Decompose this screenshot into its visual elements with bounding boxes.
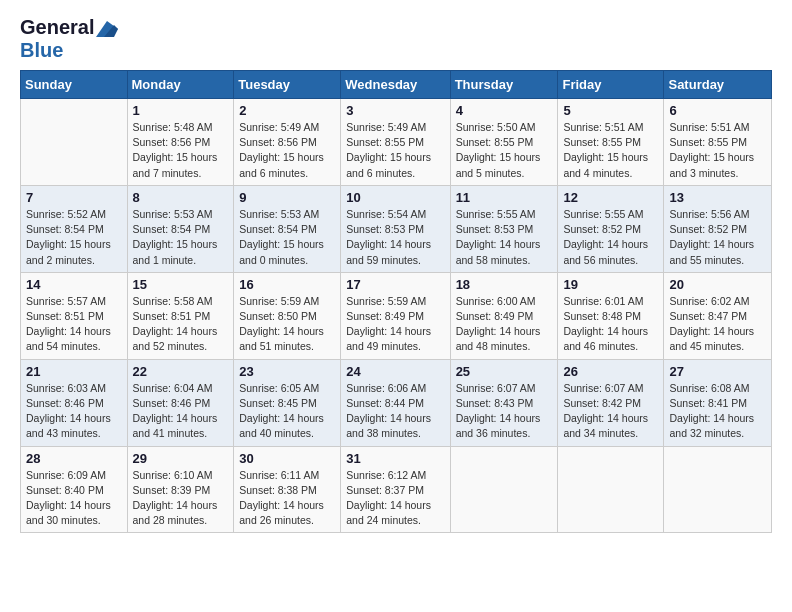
day-number: 6 xyxy=(669,103,766,118)
day-info: Sunrise: 6:06 AMSunset: 8:44 PMDaylight:… xyxy=(346,381,444,442)
day-number: 3 xyxy=(346,103,444,118)
calendar-table: SundayMondayTuesdayWednesdayThursdayFrid… xyxy=(20,70,772,533)
day-info: Sunrise: 5:54 AMSunset: 8:53 PMDaylight:… xyxy=(346,207,444,268)
calendar-cell: 24Sunrise: 6:06 AMSunset: 8:44 PMDayligh… xyxy=(341,359,450,446)
day-number: 31 xyxy=(346,451,444,466)
logo: General Blue xyxy=(20,16,118,62)
day-number: 27 xyxy=(669,364,766,379)
day-info: Sunrise: 5:53 AMSunset: 8:54 PMDaylight:… xyxy=(239,207,335,268)
calendar-cell xyxy=(558,446,664,533)
calendar-cell xyxy=(21,99,128,186)
calendar-header-day: Friday xyxy=(558,71,664,99)
day-info: Sunrise: 5:56 AMSunset: 8:52 PMDaylight:… xyxy=(669,207,766,268)
calendar-cell: 6Sunrise: 5:51 AMSunset: 8:55 PMDaylight… xyxy=(664,99,772,186)
calendar-header-row: SundayMondayTuesdayWednesdayThursdayFrid… xyxy=(21,71,772,99)
calendar-cell: 26Sunrise: 6:07 AMSunset: 8:42 PMDayligh… xyxy=(558,359,664,446)
calendar-cell: 27Sunrise: 6:08 AMSunset: 8:41 PMDayligh… xyxy=(664,359,772,446)
calendar-cell: 20Sunrise: 6:02 AMSunset: 8:47 PMDayligh… xyxy=(664,272,772,359)
calendar-cell: 9Sunrise: 5:53 AMSunset: 8:54 PMDaylight… xyxy=(234,185,341,272)
logo-blue: Blue xyxy=(20,39,63,61)
calendar-cell: 29Sunrise: 6:10 AMSunset: 8:39 PMDayligh… xyxy=(127,446,234,533)
day-info: Sunrise: 6:02 AMSunset: 8:47 PMDaylight:… xyxy=(669,294,766,355)
calendar-cell: 19Sunrise: 6:01 AMSunset: 8:48 PMDayligh… xyxy=(558,272,664,359)
day-info: Sunrise: 6:09 AMSunset: 8:40 PMDaylight:… xyxy=(26,468,122,529)
day-info: Sunrise: 5:59 AMSunset: 8:50 PMDaylight:… xyxy=(239,294,335,355)
calendar-week-row: 1Sunrise: 5:48 AMSunset: 8:56 PMDaylight… xyxy=(21,99,772,186)
calendar-cell: 13Sunrise: 5:56 AMSunset: 8:52 PMDayligh… xyxy=(664,185,772,272)
calendar-cell: 10Sunrise: 5:54 AMSunset: 8:53 PMDayligh… xyxy=(341,185,450,272)
day-info: Sunrise: 5:55 AMSunset: 8:52 PMDaylight:… xyxy=(563,207,658,268)
day-number: 5 xyxy=(563,103,658,118)
day-number: 15 xyxy=(133,277,229,292)
calendar-cell: 30Sunrise: 6:11 AMSunset: 8:38 PMDayligh… xyxy=(234,446,341,533)
day-info: Sunrise: 5:49 AMSunset: 8:55 PMDaylight:… xyxy=(346,120,444,181)
calendar-cell: 18Sunrise: 6:00 AMSunset: 8:49 PMDayligh… xyxy=(450,272,558,359)
calendar-week-row: 7Sunrise: 5:52 AMSunset: 8:54 PMDaylight… xyxy=(21,185,772,272)
day-info: Sunrise: 5:55 AMSunset: 8:53 PMDaylight:… xyxy=(456,207,553,268)
day-info: Sunrise: 6:05 AMSunset: 8:45 PMDaylight:… xyxy=(239,381,335,442)
day-info: Sunrise: 5:58 AMSunset: 8:51 PMDaylight:… xyxy=(133,294,229,355)
day-number: 22 xyxy=(133,364,229,379)
day-info: Sunrise: 6:01 AMSunset: 8:48 PMDaylight:… xyxy=(563,294,658,355)
day-number: 24 xyxy=(346,364,444,379)
day-info: Sunrise: 5:52 AMSunset: 8:54 PMDaylight:… xyxy=(26,207,122,268)
day-number: 17 xyxy=(346,277,444,292)
day-info: Sunrise: 6:04 AMSunset: 8:46 PMDaylight:… xyxy=(133,381,229,442)
calendar-cell: 11Sunrise: 5:55 AMSunset: 8:53 PMDayligh… xyxy=(450,185,558,272)
day-number: 7 xyxy=(26,190,122,205)
calendar-cell: 4Sunrise: 5:50 AMSunset: 8:55 PMDaylight… xyxy=(450,99,558,186)
day-number: 14 xyxy=(26,277,122,292)
day-info: Sunrise: 6:07 AMSunset: 8:43 PMDaylight:… xyxy=(456,381,553,442)
day-info: Sunrise: 5:51 AMSunset: 8:55 PMDaylight:… xyxy=(669,120,766,181)
day-number: 26 xyxy=(563,364,658,379)
calendar-cell: 8Sunrise: 5:53 AMSunset: 8:54 PMDaylight… xyxy=(127,185,234,272)
calendar-cell: 3Sunrise: 5:49 AMSunset: 8:55 PMDaylight… xyxy=(341,99,450,186)
day-number: 13 xyxy=(669,190,766,205)
day-number: 2 xyxy=(239,103,335,118)
day-info: Sunrise: 5:49 AMSunset: 8:56 PMDaylight:… xyxy=(239,120,335,181)
calendar-cell: 17Sunrise: 5:59 AMSunset: 8:49 PMDayligh… xyxy=(341,272,450,359)
calendar-header-day: Thursday xyxy=(450,71,558,99)
day-number: 1 xyxy=(133,103,229,118)
day-number: 8 xyxy=(133,190,229,205)
calendar-header-day: Sunday xyxy=(21,71,128,99)
day-info: Sunrise: 6:08 AMSunset: 8:41 PMDaylight:… xyxy=(669,381,766,442)
day-number: 10 xyxy=(346,190,444,205)
calendar-cell: 22Sunrise: 6:04 AMSunset: 8:46 PMDayligh… xyxy=(127,359,234,446)
calendar-week-row: 14Sunrise: 5:57 AMSunset: 8:51 PMDayligh… xyxy=(21,272,772,359)
calendar-header-day: Tuesday xyxy=(234,71,341,99)
day-number: 23 xyxy=(239,364,335,379)
calendar-cell: 16Sunrise: 5:59 AMSunset: 8:50 PMDayligh… xyxy=(234,272,341,359)
day-info: Sunrise: 6:03 AMSunset: 8:46 PMDaylight:… xyxy=(26,381,122,442)
logo-general: General xyxy=(20,16,94,39)
day-number: 16 xyxy=(239,277,335,292)
day-number: 19 xyxy=(563,277,658,292)
calendar-week-row: 21Sunrise: 6:03 AMSunset: 8:46 PMDayligh… xyxy=(21,359,772,446)
calendar-cell: 28Sunrise: 6:09 AMSunset: 8:40 PMDayligh… xyxy=(21,446,128,533)
calendar-week-row: 28Sunrise: 6:09 AMSunset: 8:40 PMDayligh… xyxy=(21,446,772,533)
day-number: 29 xyxy=(133,451,229,466)
calendar-cell: 7Sunrise: 5:52 AMSunset: 8:54 PMDaylight… xyxy=(21,185,128,272)
calendar-cell: 21Sunrise: 6:03 AMSunset: 8:46 PMDayligh… xyxy=(21,359,128,446)
calendar-cell: 2Sunrise: 5:49 AMSunset: 8:56 PMDaylight… xyxy=(234,99,341,186)
calendar-cell xyxy=(450,446,558,533)
day-number: 9 xyxy=(239,190,335,205)
calendar-cell: 1Sunrise: 5:48 AMSunset: 8:56 PMDaylight… xyxy=(127,99,234,186)
day-number: 28 xyxy=(26,451,122,466)
calendar-cell: 31Sunrise: 6:12 AMSunset: 8:37 PMDayligh… xyxy=(341,446,450,533)
day-number: 4 xyxy=(456,103,553,118)
day-number: 11 xyxy=(456,190,553,205)
calendar-cell: 5Sunrise: 5:51 AMSunset: 8:55 PMDaylight… xyxy=(558,99,664,186)
day-info: Sunrise: 6:07 AMSunset: 8:42 PMDaylight:… xyxy=(563,381,658,442)
day-info: Sunrise: 6:11 AMSunset: 8:38 PMDaylight:… xyxy=(239,468,335,529)
calendar-cell xyxy=(664,446,772,533)
day-number: 12 xyxy=(563,190,658,205)
day-info: Sunrise: 5:50 AMSunset: 8:55 PMDaylight:… xyxy=(456,120,553,181)
day-info: Sunrise: 5:53 AMSunset: 8:54 PMDaylight:… xyxy=(133,207,229,268)
calendar-cell: 23Sunrise: 6:05 AMSunset: 8:45 PMDayligh… xyxy=(234,359,341,446)
calendar-cell: 14Sunrise: 5:57 AMSunset: 8:51 PMDayligh… xyxy=(21,272,128,359)
calendar-cell: 15Sunrise: 5:58 AMSunset: 8:51 PMDayligh… xyxy=(127,272,234,359)
day-info: Sunrise: 5:51 AMSunset: 8:55 PMDaylight:… xyxy=(563,120,658,181)
logo-icon xyxy=(96,21,118,37)
calendar-cell: 25Sunrise: 6:07 AMSunset: 8:43 PMDayligh… xyxy=(450,359,558,446)
